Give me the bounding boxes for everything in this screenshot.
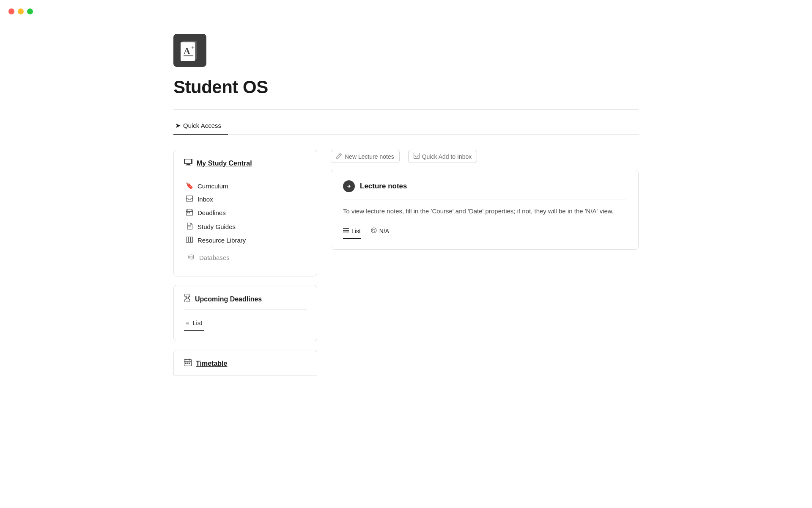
minimize-button[interactable] (18, 8, 24, 14)
na-tab-icon (371, 227, 377, 235)
tab-bar: ➤ Quick Access (173, 118, 639, 135)
nav-item-resource-library[interactable]: Resource Library (184, 234, 307, 247)
tab-label: Quick Access (183, 122, 221, 129)
main-content: A + Student OS ➤ Quick Access (131, 0, 681, 401)
deadlines-icon (186, 209, 193, 217)
action-bar: New Lecture notes Quick Add to Inbox (331, 150, 639, 163)
list-icon: ≡ (186, 320, 189, 326)
study-central-title[interactable]: My Study Central (197, 160, 252, 167)
upcoming-deadlines-card: Upcoming Deadlines ≡ List (173, 285, 317, 341)
svg-rect-7 (185, 160, 191, 163)
svg-rect-27 (187, 363, 189, 364)
resource-library-icon (186, 237, 193, 244)
list-tab-label: List (351, 228, 361, 235)
svg-rect-8 (187, 164, 190, 165)
inbox-icon (186, 196, 193, 203)
content-grid: My Study Central 🔖 Curriculum Inbox (173, 150, 639, 375)
inbox-add-icon (414, 153, 420, 160)
svg-rect-28 (189, 363, 190, 364)
main-right: New Lecture notes Quick Add to Inbox (331, 150, 639, 250)
nav-item-curriculum[interactable]: 🔖 Curriculum (184, 179, 307, 193)
svg-rect-9 (186, 165, 191, 166)
tab-icon: ➤ (175, 121, 181, 130)
nav-item-study-guides[interactable]: Study Guides (184, 220, 307, 234)
nav-label-resource-library: Resource Library (198, 237, 246, 244)
databases-icon (187, 254, 195, 261)
title-divider (173, 109, 639, 110)
curriculum-icon: 🔖 (186, 182, 193, 190)
svg-rect-15 (187, 213, 189, 214)
page-icon: A + (173, 34, 206, 67)
svg-line-29 (340, 155, 341, 156)
nav-label-deadlines: Deadlines (198, 209, 226, 216)
svg-rect-21 (191, 237, 193, 243)
study-central-card: My Study Central 🔖 Curriculum Inbox (173, 150, 317, 276)
lecture-tab-list[interactable]: List (343, 225, 361, 239)
lecture-description: To view lecture notes, fill in the 'Cour… (343, 206, 626, 216)
lecture-arrow-icon (343, 180, 355, 192)
timetable-header: Timetable (184, 359, 307, 368)
sidebar-column: My Study Central 🔖 Curriculum Inbox (173, 150, 317, 375)
lecture-tabs: List N/A (343, 225, 626, 239)
svg-text:+: + (191, 44, 195, 50)
nav-item-databases[interactable]: Databases (186, 251, 305, 264)
timetable-card: Timetable (173, 350, 317, 375)
new-lecture-label: New Lecture notes (345, 153, 394, 160)
upcoming-deadlines-title[interactable]: Upcoming Deadlines (195, 295, 262, 303)
list-tab-icon (343, 228, 349, 235)
nav-item-deadlines[interactable]: Deadlines (184, 206, 307, 220)
study-central-header: My Study Central (184, 159, 307, 173)
new-lecture-button[interactable]: New Lecture notes (331, 150, 400, 163)
page-icon-text: A + (179, 39, 200, 62)
na-tab-label: N/A (379, 228, 389, 235)
lecture-notes-title[interactable]: Lecture notes (360, 182, 407, 190)
databases-section: Databases (184, 247, 307, 266)
study-guides-icon (186, 223, 193, 231)
hourglass-icon (184, 294, 191, 304)
deadlines-list-item[interactable]: ≡ List (184, 316, 204, 331)
svg-rect-19 (187, 237, 189, 243)
close-button[interactable] (8, 8, 14, 14)
nav-label-inbox: Inbox (198, 196, 213, 203)
page-title: Student OS (173, 77, 639, 97)
lecture-tab-na[interactable]: N/A (371, 225, 389, 239)
svg-rect-20 (189, 237, 191, 243)
quick-access-tab[interactable]: ➤ Quick Access (173, 118, 228, 135)
quick-add-label: Quick Add to Inbox (422, 153, 472, 160)
svg-rect-26 (185, 363, 187, 364)
nav-label-study-guides: Study Guides (198, 223, 236, 230)
databases-label: Databases (199, 254, 230, 261)
upcoming-deadlines-header: Upcoming Deadlines (184, 294, 307, 310)
timetable-icon (184, 359, 192, 368)
svg-rect-16 (189, 213, 190, 214)
lecture-notes-card: Lecture notes To view lecture notes, fil… (331, 170, 639, 250)
study-central-icon (184, 159, 192, 168)
nav-label-curriculum: Curriculum (198, 182, 228, 190)
maximize-button[interactable] (27, 8, 33, 14)
list-label: List (192, 319, 202, 326)
traffic-lights (8, 8, 33, 14)
lecture-card-header: Lecture notes (343, 180, 626, 199)
nav-item-inbox[interactable]: Inbox (184, 193, 307, 206)
timetable-title[interactable]: Timetable (196, 360, 227, 367)
svg-text:A: A (184, 46, 190, 56)
edit-icon (336, 153, 342, 160)
quick-add-inbox-button[interactable]: Quick Add to Inbox (408, 150, 477, 163)
